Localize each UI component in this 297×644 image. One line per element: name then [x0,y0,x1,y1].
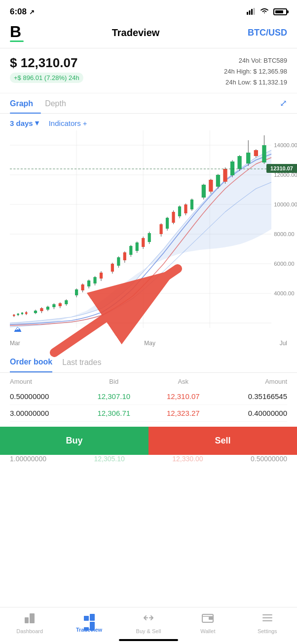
plus-icon: + [83,119,87,127]
chart-svg: 14000.00 12000.00 10000.00 8000.00 6000.… [10,130,297,338]
svg-rect-37 [81,284,84,290]
trading-pair[interactable]: BTC/USD [248,28,287,38]
price-change: +$ 896.01 (7.28%) 24h [10,73,83,83]
current-price-badge: 12310.07 [266,164,297,173]
svg-rect-97 [25,617,29,623]
chevron-down-icon: ▾ [35,119,39,127]
svg-rect-1 [249,10,251,15]
row2-amount-right: 0.40000000 [218,409,288,417]
status-bar: 6:08 ↗ [0,0,297,22]
buy-button[interactable]: Buy [0,427,148,455]
tab-last-trades[interactable]: Last trades [62,358,101,372]
chart-tabs: Graph Depth ⤢ [0,93,297,114]
logo-underline [10,40,24,42]
svg-rect-75 [216,175,220,187]
row2-ask: 12,323.27 [148,409,218,417]
nav-label-tradeview: Tradeview [76,627,102,633]
chart-wrapper: 14000.00 12000.00 10000.00 8000.00 6000.… [0,130,297,338]
indicators-button[interactable]: Indicators + [49,119,87,127]
tab-order-book[interactable]: Order book [10,358,52,372]
svg-rect-77 [223,169,227,182]
svg-rect-79 [230,161,234,175]
row1-amount: 0.50000000 [10,392,79,401]
home-indicator [119,639,178,641]
svg-rect-41 [93,277,96,283]
order-section-tabs: Order book Last trades [0,351,297,373]
location-icon: ↗ [29,8,35,16]
svg-text:8000.00: 8000.00 [274,231,294,237]
svg-rect-63 [172,212,175,223]
svg-rect-33 [65,300,68,304]
svg-rect-53 [136,242,139,251]
svg-rect-15 [13,315,15,316]
svg-rect-27 [46,307,49,310]
order-table-header: Amount Bid Ask Amount [10,373,287,388]
app-header: B Tradeview BTC/USD [0,22,297,48]
svg-rect-69 [190,200,193,209]
nav-item-wallet[interactable]: Wallet [193,612,223,634]
col-header-bid: Bid [79,378,149,385]
svg-rect-57 [148,233,151,242]
nav-item-buy-sell[interactable]: Buy & Sell [134,612,163,634]
price-section: $ 12,310.07 +$ 896.01 (7.28%) 24h 24h Vo… [0,48,297,93]
xaxis-mar: Mar [10,340,20,347]
signal-icon [247,8,256,16]
nav-item-tradeview[interactable]: Tradeview [74,614,104,633]
nav-item-settings[interactable]: Settings [253,612,282,634]
time-display: 6:08 [10,7,27,17]
svg-rect-0 [247,12,248,15]
tab-depth[interactable]: Depth [45,93,74,113]
svg-rect-65 [178,206,181,216]
chart-controls: 3 days ▾ Indicators + [0,114,297,130]
svg-rect-19 [21,313,23,314]
main-price: $ 12,310.07 [10,55,83,71]
nav-label-buy-sell: Buy & Sell [136,628,161,634]
price-stats: 24h Vol: BTC589 24h High: $ 12,365.98 24… [224,55,287,88]
chart-xaxis: Mar May Jul [0,338,297,351]
svg-rect-98 [30,613,35,623]
svg-rect-85 [254,150,258,156]
order-row: 3.00000000 12,306.71 12,323.27 0.4000000… [10,405,287,422]
svg-rect-61 [166,218,169,229]
svg-rect-2 [251,9,253,15]
low-stat: 24h Low: $ 11,332.19 [224,77,287,88]
svg-rect-39 [87,281,90,286]
nav-item-dashboard[interactable]: Dashboard [15,612,44,634]
price-left: $ 12,310.07 +$ 896.01 (7.28%) 24h [10,55,83,83]
row1-ask: 12,310.07 [148,392,218,401]
nav-label-settings: Settings [258,628,277,634]
svg-rect-43 [100,273,103,279]
svg-rect-59 [159,224,162,234]
row2-amount: 3.00000000 [10,409,79,417]
svg-rect-51 [129,246,132,255]
order-row: 0.50000000 12,307.10 12,310.07 0.3516654… [10,388,287,405]
svg-rect-29 [52,304,55,307]
tradeview-icon [84,614,95,625]
vol-stat: 24h Vol: BTC589 [224,55,287,66]
status-icons [247,7,287,16]
bottom-navigation: Dashboard Tradeview Buy & Sell Wallet [0,607,297,644]
mini-chart-icon: ⛰ [14,325,22,334]
svg-rect-47 [117,257,120,266]
sell-button[interactable]: Sell [148,427,297,455]
svg-text:10000.00: 10000.00 [274,201,297,207]
col-header-amount: Amount [10,378,79,385]
row1-bid: 12,307.10 [79,392,149,401]
svg-rect-83 [246,153,250,163]
page-title: Tradeview [112,27,160,39]
chart-container[interactable]: 14000.00 12000.00 10000.00 8000.00 6000.… [10,130,297,338]
svg-rect-35 [75,289,78,295]
days-selector[interactable]: 3 days ▾ [10,119,39,127]
col-header-ask: Ask [148,378,218,385]
expand-icon[interactable]: ⤢ [280,98,287,109]
tab-graph[interactable]: Graph [10,93,41,113]
high-stat: 24h High: $ 12,365.98 [224,66,287,77]
wallet-icon [202,612,214,626]
col-header-amount-right: Amount [218,378,288,385]
logo-container: B [10,24,24,42]
buy-sell-icon [142,612,155,626]
xaxis-jul: Jul [280,340,287,347]
svg-rect-23 [34,311,37,313]
svg-text:12000.00: 12000.00 [274,172,297,178]
order-row-partial: 1.00000000 12,305.10 12,330.00 0.5000000… [0,455,297,464]
